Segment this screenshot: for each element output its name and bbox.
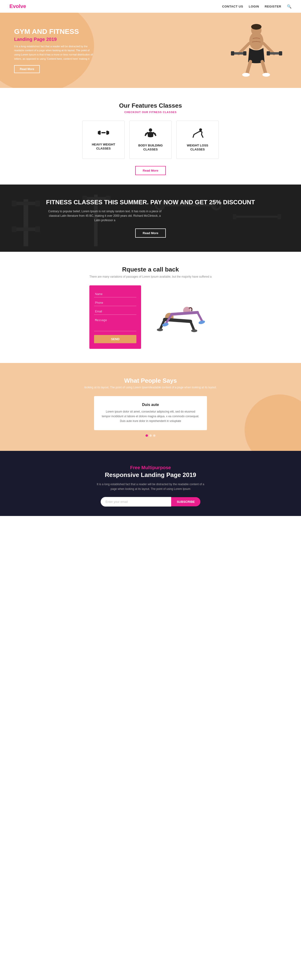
svg-rect-19 [108,131,109,134]
testimonial-card-text: Lorem ipsum dolor sit amet, consectetur … [101,409,200,423]
search-icon[interactable]: 🔍 [287,4,291,9]
hero-readmore-button[interactable]: Read More [14,65,40,73]
hero-person-image [226,18,287,83]
discount-section: FITNESS CLASSES THIS SUMMER. PAY NOW AND… [0,185,301,252]
svg-rect-29 [24,199,28,247]
features-cards-container: HEAVY WEIGHTCLASSES BODY BUILDINGCLASSES [10,121,291,159]
svg-rect-18 [98,131,99,134]
testimonial-blob-decoration [245,395,301,451]
footer-cta-text: It is a long established fact that a rea… [96,482,205,492]
svg-rect-8 [269,52,280,54]
email-input[interactable] [94,309,136,315]
svg-line-23 [145,134,146,135]
nav-logo[interactable]: Evolve [10,3,26,10]
svg-rect-15 [101,132,105,133]
discount-title: FITNESS CLASSES THIS SUMMER. PAY NOW AND… [46,199,255,206]
callback-form: SEND [89,285,141,349]
callback-subtitle: There are many variations of passages of… [10,275,291,278]
footer-title: Responsive Landing Page 2019 [10,471,291,479]
phone-input[interactable] [94,300,136,306]
hero-content: GYM AND FITNESS Landing Page 2019 It is … [14,27,94,73]
testimonial-card: Duis aute Lorem ipsum dolor sit amet, co… [94,396,207,430]
svg-point-13 [242,73,250,76]
footer-pre-title: Free Multipurpose [10,465,291,470]
callback-title: Rqueste a call back [10,266,291,273]
callback-section: Rqueste a call back There are many varia… [0,252,301,363]
footer-cta-section: Free Multipurpose Responsive Landing Pag… [0,451,301,516]
callback-inner: SEND [10,285,291,349]
hero-section: GYM AND FITNESS Landing Page 2019 It is … [0,13,301,88]
svg-rect-33 [35,200,40,207]
svg-rect-7 [243,51,247,56]
testimonial-card-heading: Duis aute [101,402,200,407]
svg-point-25 [199,128,202,131]
testimonial-section: What People Says looking at its layout. … [0,363,301,451]
svg-line-24 [155,134,156,135]
testimonial-subtitle: looking at its layout. The point of usin… [10,386,291,389]
hero-description: It is a long established fact that a rea… [14,45,94,61]
feature-card-body-building: BODY BUILDINGCLASSES [129,121,172,159]
svg-line-27 [202,134,203,137]
discount-content: FITNESS CLASSES THIS SUMMER. PAY NOW AND… [46,199,255,238]
features-readmore-button[interactable]: Read More [135,166,166,175]
callback-couple-image [151,294,212,340]
svg-rect-35 [35,226,40,232]
features-title: Our Features Classes [10,102,291,109]
weight-loss-icon [181,128,214,140]
navbar: Evolve CONTACT US LOGIN REGISTER 🔍 [0,0,301,13]
discount-readmore-button[interactable]: Read More [135,229,166,238]
nav-register[interactable]: REGISTER [265,5,281,8]
feature-label-body-building: BODY BUILDINGCLASSES [134,144,167,152]
heavy-weight-icon [87,128,120,139]
nav-login[interactable]: LOGIN [249,5,259,8]
svg-rect-30 [14,202,38,205]
footer-email-row: SUBSCRIBE [10,497,291,507]
svg-line-26 [194,132,198,134]
testimonial-dot-3[interactable] [153,434,155,437]
svg-line-53 [197,312,202,321]
testimonial-dot-2[interactable] [149,434,152,437]
body-building-icon [134,128,167,140]
svg-point-20 [149,128,152,132]
name-input[interactable] [94,291,136,298]
features-section: Our Features Classes CHECKOUT OUR FITNES… [0,88,301,185]
svg-rect-9 [267,51,270,56]
svg-line-28 [193,134,194,137]
svg-line-11 [247,62,250,74]
nav-contact[interactable]: CONTACT US [222,5,243,8]
features-subtitle: CHECKOUT OUR FITNESS CLASSES [10,111,291,113]
hero-title: GYM AND FITNESS [14,27,94,35]
svg-line-12 [262,62,266,74]
svg-rect-6 [231,51,234,56]
svg-rect-5 [233,52,245,54]
hero-subtitle: Landing Page 2019 [14,37,94,42]
footer-email-input[interactable] [100,497,171,507]
svg-rect-31 [14,228,38,231]
svg-point-2 [251,24,261,30]
footer-subscribe-button[interactable]: SUBSCRIBE [171,497,201,506]
feature-label-weight-loss: WEIGHT LOSSCLASSES [181,144,214,152]
testimonial-dots [10,434,291,437]
svg-line-50 [191,321,194,330]
send-button[interactable]: SEND [94,335,136,343]
nav-links: CONTACT US LOGIN REGISTER 🔍 [222,4,291,9]
svg-rect-10 [279,51,282,56]
testimonial-dot-1[interactable] [146,434,148,437]
testimonial-title: What People Says [10,377,291,384]
discount-text: Contrary to popular belief, Lorem Ipsum … [46,209,164,223]
svg-point-14 [263,73,270,76]
svg-point-56 [157,328,163,331]
svg-rect-32 [12,200,16,207]
svg-rect-34 [12,226,16,232]
message-input[interactable] [94,317,136,331]
feature-label-heavy-weight: HEAVY WEIGHTCLASSES [87,143,120,151]
svg-rect-47 [277,214,281,219]
svg-point-57 [191,329,197,332]
feature-card-weight-loss: WEIGHT LOSSCLASSES [176,121,219,159]
feature-card-heavy-weight: HEAVY WEIGHTCLASSES [82,121,125,159]
